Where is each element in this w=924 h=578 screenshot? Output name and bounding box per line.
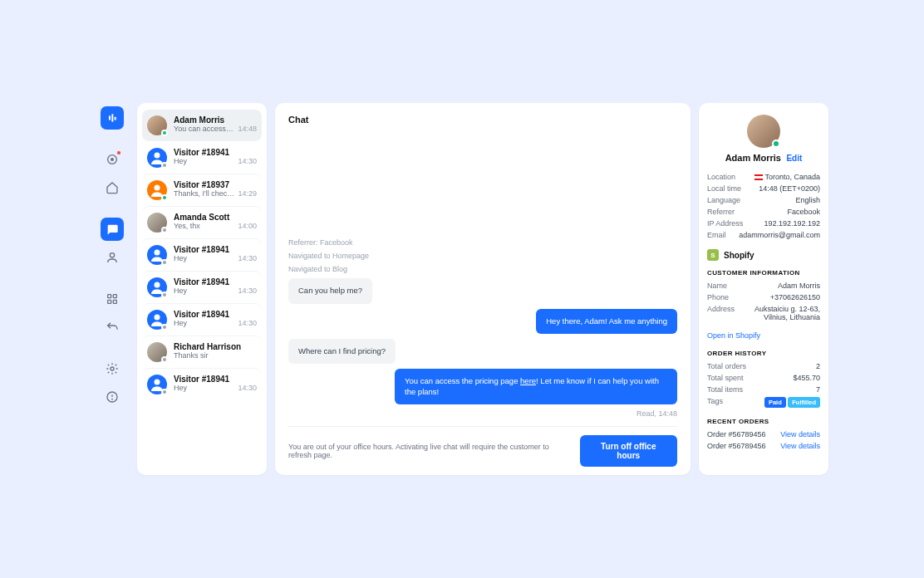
conversation-preview: Thanks, I'll check it out (174, 189, 234, 198)
conversation-item[interactable]: Adam Morris You can access the pr... 14:… (142, 110, 262, 141)
conversation-name: Amanda Scott (174, 213, 257, 222)
conversation-preview: Thanks sir (174, 351, 209, 360)
status-dot-icon (161, 227, 168, 233)
status-dot-icon (161, 324, 168, 331)
shopify-label: Shopify (724, 251, 754, 260)
office-hours-text: You are out of your office hours. Activa… (288, 443, 572, 459)
details-panel: Adam Morris Edit LocationToronto, Canada… (699, 103, 828, 475)
home-icon[interactable] (101, 176, 124, 199)
conversation-item[interactable]: Visitor #18941 Hey 14:30 (142, 238, 262, 271)
info-row: Total items7 (707, 385, 820, 394)
open-shopify-link[interactable]: Open in Shopify (707, 331, 820, 340)
info-key: Total orders (707, 362, 746, 370)
status-dot-icon (161, 356, 168, 363)
conversation-time: 14:30 (238, 319, 257, 327)
info-key: Phone (707, 293, 729, 301)
avatar (147, 310, 167, 330)
brand-logo-icon[interactable] (101, 106, 124, 130)
info-value: 2 (816, 362, 820, 370)
svg-rect-8 (108, 300, 111, 303)
info-key: Total spent (707, 374, 744, 382)
conversation-preview: Hey (174, 287, 187, 295)
status-dot-icon (161, 259, 168, 266)
conversation-preview: Hey (174, 319, 187, 327)
info-row: Emailadammorris@gmail.com (707, 231, 820, 239)
chat-body: Referrer: FacebookNavigated to HomepageN… (288, 131, 677, 418)
info-row: LanguageEnglish (707, 196, 820, 204)
info-value: 7 (816, 385, 820, 394)
info-key: Language (707, 196, 740, 204)
recent-orders-heading: RECENT ORDERS (707, 418, 820, 425)
info-value: Toronto, Canada (754, 173, 820, 181)
settings-icon[interactable] (101, 357, 124, 380)
status-dot-icon (161, 162, 168, 169)
conversation-time: 14:48 (238, 125, 257, 133)
svg-point-18 (155, 380, 160, 385)
turn-off-office-hours-button[interactable]: Turn off office hours (580, 435, 677, 467)
svg-rect-0 (109, 115, 111, 120)
conversation-item[interactable]: Visitor #18941 Hey 14:30 (142, 303, 262, 336)
svg-rect-1 (111, 114, 113, 121)
conversation-name: Richard Harrison (174, 342, 257, 351)
tag-fulfilled: Fulfilled (788, 397, 820, 408)
recent-order-row: Order #56789456View details (707, 442, 820, 450)
info-row: NameAdam Morris (707, 282, 820, 290)
info-row: Total spent$455.70 (707, 374, 820, 382)
flag-icon (754, 174, 763, 180)
status-dot-icon (161, 291, 168, 298)
avatar (147, 180, 167, 200)
profile-name: Adam Morris (725, 153, 781, 163)
conversation-preview: Hey (174, 157, 187, 165)
edit-link[interactable]: Edit (786, 154, 802, 163)
logout-icon[interactable] (101, 385, 124, 409)
info-key: Email (707, 231, 726, 239)
svg-rect-6 (108, 295, 111, 298)
status-dot-icon (161, 389, 168, 395)
conversation-name: Adam Morris (174, 115, 257, 125)
svg-point-13 (155, 153, 160, 159)
view-details-link[interactable]: View details (780, 442, 820, 450)
pricing-link[interactable]: here (520, 376, 536, 385)
chat-icon[interactable] (101, 218, 124, 241)
svg-point-14 (155, 185, 160, 191)
info-value: Aukstaiciu g. 12-63,Vilnius, Lithuania (754, 305, 820, 321)
conversation-item[interactable]: Visitor #18941 Hey 14:30 (142, 271, 262, 303)
avatar (147, 148, 167, 168)
recent-order-row: Order #56789456View details (707, 430, 820, 438)
reply-icon[interactable] (101, 316, 124, 339)
info-key: Total items (707, 385, 743, 394)
avatar (147, 245, 167, 265)
conversation-name: Visitor #18941 (174, 277, 257, 287)
shopify-icon: S (707, 249, 719, 261)
view-details-link[interactable]: View details (780, 430, 820, 438)
status-online-icon (772, 140, 780, 148)
conversation-list: Adam Morris You can access the pr... 14:… (137, 103, 267, 475)
info-value: 14:48 (EET+0200) (759, 184, 820, 193)
status-dot-icon (161, 130, 168, 136)
svg-point-4 (111, 159, 114, 161)
user-icon[interactable] (101, 246, 124, 269)
conversation-item[interactable]: Richard Harrison Thanks sir (142, 336, 262, 368)
message-outgoing: Hey there, Adam! Ask me anything (536, 309, 677, 334)
avatar (147, 342, 167, 362)
info-key: IP Address (707, 219, 743, 228)
info-key: Location (707, 173, 735, 181)
conversation-preview: Yes, thx (174, 222, 200, 230)
activity-icon[interactable] (101, 148, 124, 171)
read-timestamp: Read, 14:48 (636, 409, 677, 418)
conversation-time: 14:30 (238, 384, 257, 392)
chat-meta-line: Referrer: Facebook (288, 238, 677, 247)
conversation-item[interactable]: Visitor #18937 Thanks, I'll check it out… (142, 174, 262, 206)
conversation-preview: Hey (174, 384, 187, 392)
apps-icon[interactable] (101, 287, 124, 311)
conversation-item[interactable]: Visitor #18941 Hey 14:30 (142, 368, 262, 400)
order-history-heading: ORDER HISTORY (707, 350, 820, 357)
svg-rect-7 (113, 295, 116, 298)
conversation-item[interactable]: Amanda Scott Yes, thx 14:00 (142, 206, 262, 238)
info-row: ReferrerFacebook (707, 208, 820, 216)
profile-avatar (747, 115, 780, 148)
order-id: Order #56789456 (707, 430, 766, 438)
shopify-row: S Shopify (707, 249, 820, 261)
conversation-item[interactable]: Visitor #18941 Hey 14:30 (142, 141, 262, 174)
avatar (147, 115, 167, 135)
